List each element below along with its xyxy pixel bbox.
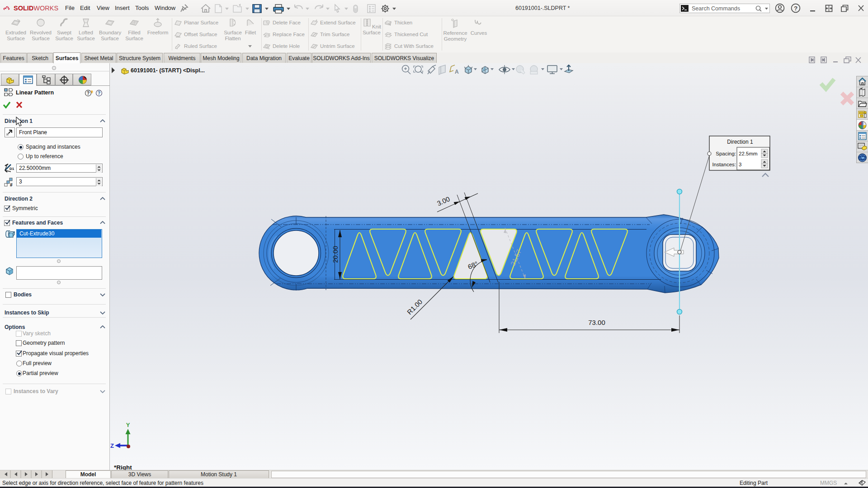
svg-text:Y: Y [126, 422, 130, 428]
svg-text:Spacing:: Spacing: [716, 151, 736, 156]
svg-text:22.5mm: 22.5mm [739, 151, 758, 156]
svg-text:Z: Z [110, 442, 114, 449]
svg-text:Direction 1: Direction 1 [727, 139, 753, 145]
svg-text:A: A [455, 69, 459, 75]
svg-text:?: ? [98, 90, 100, 96]
svg-text:#: # [10, 183, 13, 188]
svg-text:60191001- (START) <Displ...: 60191001- (START) <Displ... [131, 67, 205, 74]
svg-text:3.00: 3.00 [436, 195, 451, 207]
svg-text:Instances:: Instances: [712, 162, 736, 167]
svg-text:3: 3 [739, 162, 741, 167]
svg-text:R1.00: R1.00 [406, 298, 424, 316]
svg-text:73.00: 73.00 [588, 319, 605, 326]
svg-text:20.00: 20.00 [331, 246, 339, 263]
svg-text:?: ? [87, 90, 90, 96]
svg-text:D1: D1 [9, 167, 14, 171]
